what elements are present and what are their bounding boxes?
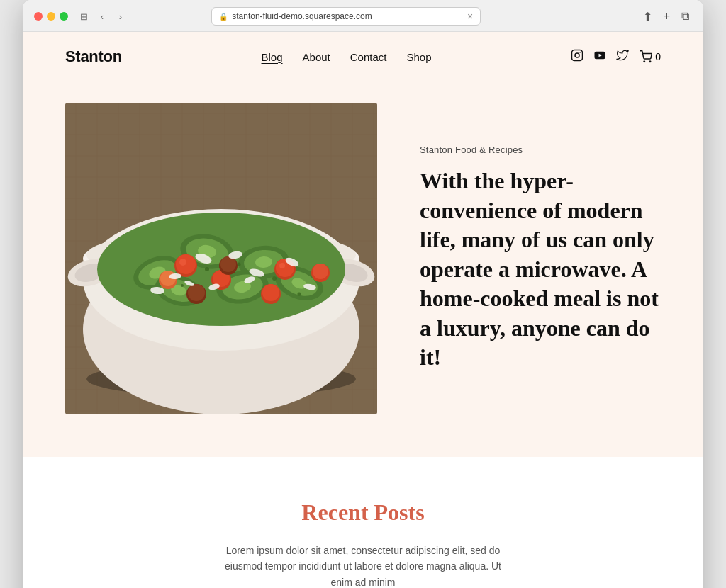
instagram-icon[interactable]: [571, 49, 583, 64]
minimize-button[interactable]: [47, 12, 55, 21]
twitter-icon[interactable]: [616, 49, 629, 64]
nav-about[interactable]: About: [303, 51, 330, 63]
site-logo[interactable]: Stanton: [65, 47, 122, 66]
svg-point-46: [279, 263, 285, 268]
svg-point-43: [179, 259, 186, 266]
svg-point-71: [272, 276, 277, 281]
browser-action-buttons: ⬆ + ⧉: [640, 9, 692, 25]
recent-posts-title: Recent Posts: [65, 499, 661, 526]
svg-point-69: [205, 267, 209, 271]
hero-subtitle: Stanton Food & Recipes: [420, 145, 661, 155]
nav-contact[interactable]: Contact: [350, 51, 387, 63]
svg-point-70: [238, 263, 241, 266]
svg-point-72: [181, 284, 184, 287]
cart-count: 0: [655, 51, 661, 62]
back-button[interactable]: ‹: [95, 9, 109, 23]
svg-point-58: [188, 284, 205, 301]
svg-point-52: [262, 284, 279, 301]
svg-rect-0: [572, 50, 583, 61]
hero-section: Stanton Food & Recipes With the hyper-co…: [23, 81, 703, 457]
svg-point-5: [644, 61, 645, 62]
browser-window: ⊞ ‹ › 🔒 stanton-fluid-demo.squarespace.c…: [23, 0, 703, 588]
website: Stanton Blog About Contact Shop: [23, 32, 703, 588]
site-nav: Stanton Blog About Contact Shop: [23, 32, 703, 81]
hero-headline: With the hyper-convenience of modern lif…: [420, 166, 661, 373]
svg-point-2: [580, 52, 581, 53]
tab-close-icon[interactable]: ×: [467, 11, 473, 22]
share-button[interactable]: ⬆: [640, 9, 655, 25]
new-tab-button[interactable]: +: [661, 9, 673, 24]
url-text: stanton-fluid-demo.squarespace.com: [232, 11, 372, 21]
forward-button[interactable]: ›: [113, 9, 128, 23]
nav-blog[interactable]: Blog: [262, 51, 283, 63]
nav-shop[interactable]: Shop: [406, 51, 431, 63]
close-button[interactable]: [34, 12, 43, 21]
sidebar-toggle-button[interactable]: ⊞: [77, 9, 91, 23]
svg-point-56: [220, 256, 236, 272]
svg-point-73: [298, 293, 301, 296]
traffic-lights: [34, 12, 68, 21]
svg-point-1: [575, 53, 579, 57]
lock-icon: 🔒: [219, 13, 228, 21]
maximize-button[interactable]: [60, 12, 68, 21]
browser-controls: ⊞ ‹ ›: [77, 9, 128, 23]
recent-posts-body: Lorem ipsum dolor sit amet, consectetur …: [214, 543, 512, 588]
browser-chrome: ⊞ ‹ › 🔒 stanton-fluid-demo.squarespace.c…: [23, 0, 703, 32]
address-bar[interactable]: 🔒 stanton-fluid-demo.squarespace.com ×: [211, 7, 481, 26]
svg-point-54: [313, 264, 328, 279]
youtube-icon[interactable]: [593, 49, 606, 64]
svg-point-6: [649, 61, 651, 62]
hero-image: [65, 103, 377, 414]
cart-icon[interactable]: 0: [639, 50, 661, 63]
recent-posts-section: Recent Posts Lorem ipsum dolor sit amet,…: [23, 457, 703, 588]
nav-icons: 0: [571, 49, 661, 64]
nav-links: Blog About Contact Shop: [262, 51, 432, 63]
duplicate-button[interactable]: ⧉: [678, 9, 692, 24]
hero-text: Stanton Food & Recipes With the hyper-co…: [420, 145, 661, 373]
